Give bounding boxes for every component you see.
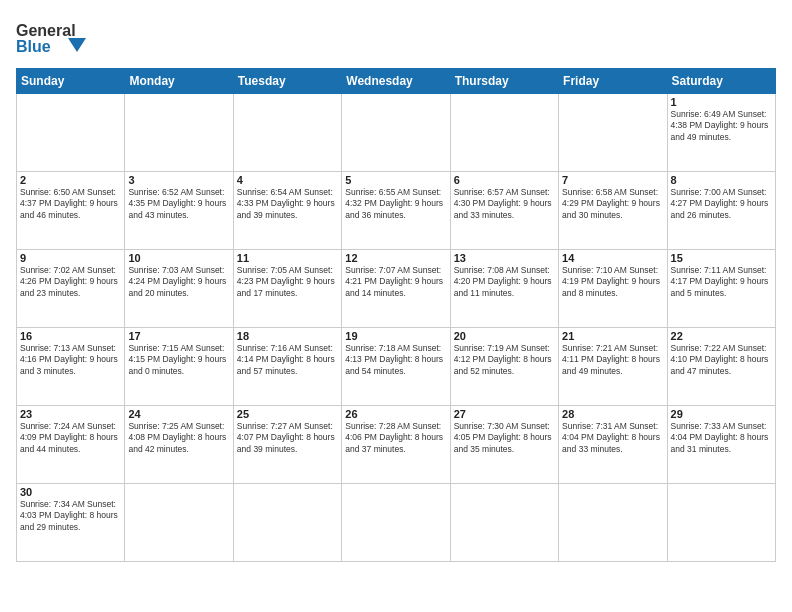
weekday-monday: Monday (125, 69, 233, 94)
day-number: 1 (671, 96, 772, 108)
logo: General Blue (16, 16, 96, 60)
page: General Blue SundayMondayTuesdayWednesda… (0, 0, 792, 612)
day-cell: 28Sunrise: 7:31 AM Sunset: 4:04 PM Dayli… (559, 406, 667, 484)
day-info: Sunrise: 7:05 AM Sunset: 4:23 PM Dayligh… (237, 265, 338, 299)
day-cell: 1Sunrise: 6:49 AM Sunset: 4:38 PM Daylig… (667, 94, 775, 172)
weekday-thursday: Thursday (450, 69, 558, 94)
weekday-sunday: Sunday (17, 69, 125, 94)
day-cell (559, 484, 667, 562)
day-cell (667, 484, 775, 562)
day-info: Sunrise: 7:07 AM Sunset: 4:21 PM Dayligh… (345, 265, 446, 299)
day-info: Sunrise: 7:10 AM Sunset: 4:19 PM Dayligh… (562, 265, 663, 299)
day-number: 8 (671, 174, 772, 186)
day-number: 21 (562, 330, 663, 342)
weekday-friday: Friday (559, 69, 667, 94)
day-cell: 15Sunrise: 7:11 AM Sunset: 4:17 PM Dayli… (667, 250, 775, 328)
day-info: Sunrise: 7:31 AM Sunset: 4:04 PM Dayligh… (562, 421, 663, 455)
day-info: Sunrise: 6:58 AM Sunset: 4:29 PM Dayligh… (562, 187, 663, 221)
day-cell (342, 94, 450, 172)
svg-text:Blue: Blue (16, 38, 51, 55)
day-info: Sunrise: 6:50 AM Sunset: 4:37 PM Dayligh… (20, 187, 121, 221)
calendar-header: SundayMondayTuesdayWednesdayThursdayFrid… (17, 69, 776, 94)
day-cell: 21Sunrise: 7:21 AM Sunset: 4:11 PM Dayli… (559, 328, 667, 406)
day-cell (125, 484, 233, 562)
day-cell: 16Sunrise: 7:13 AM Sunset: 4:16 PM Dayli… (17, 328, 125, 406)
day-cell: 11Sunrise: 7:05 AM Sunset: 4:23 PM Dayli… (233, 250, 341, 328)
day-info: Sunrise: 7:21 AM Sunset: 4:11 PM Dayligh… (562, 343, 663, 377)
day-info: Sunrise: 7:02 AM Sunset: 4:26 PM Dayligh… (20, 265, 121, 299)
day-cell: 25Sunrise: 7:27 AM Sunset: 4:07 PM Dayli… (233, 406, 341, 484)
day-info: Sunrise: 6:52 AM Sunset: 4:35 PM Dayligh… (128, 187, 229, 221)
day-info: Sunrise: 7:11 AM Sunset: 4:17 PM Dayligh… (671, 265, 772, 299)
day-info: Sunrise: 7:28 AM Sunset: 4:06 PM Dayligh… (345, 421, 446, 455)
day-info: Sunrise: 7:15 AM Sunset: 4:15 PM Dayligh… (128, 343, 229, 377)
day-number: 12 (345, 252, 446, 264)
day-number: 4 (237, 174, 338, 186)
day-cell: 29Sunrise: 7:33 AM Sunset: 4:04 PM Dayli… (667, 406, 775, 484)
day-number: 11 (237, 252, 338, 264)
weekday-saturday: Saturday (667, 69, 775, 94)
day-cell: 24Sunrise: 7:25 AM Sunset: 4:08 PM Dayli… (125, 406, 233, 484)
svg-marker-2 (68, 38, 86, 52)
day-number: 30 (20, 486, 121, 498)
day-cell: 10Sunrise: 7:03 AM Sunset: 4:24 PM Dayli… (125, 250, 233, 328)
day-info: Sunrise: 7:08 AM Sunset: 4:20 PM Dayligh… (454, 265, 555, 299)
day-info: Sunrise: 7:34 AM Sunset: 4:03 PM Dayligh… (20, 499, 121, 533)
day-info: Sunrise: 7:18 AM Sunset: 4:13 PM Dayligh… (345, 343, 446, 377)
weekday-row: SundayMondayTuesdayWednesdayThursdayFrid… (17, 69, 776, 94)
week-row-1: 2Sunrise: 6:50 AM Sunset: 4:37 PM Daylig… (17, 172, 776, 250)
day-number: 14 (562, 252, 663, 264)
day-info: Sunrise: 6:55 AM Sunset: 4:32 PM Dayligh… (345, 187, 446, 221)
day-cell: 17Sunrise: 7:15 AM Sunset: 4:15 PM Dayli… (125, 328, 233, 406)
weekday-tuesday: Tuesday (233, 69, 341, 94)
day-cell: 13Sunrise: 7:08 AM Sunset: 4:20 PM Dayli… (450, 250, 558, 328)
day-cell: 3Sunrise: 6:52 AM Sunset: 4:35 PM Daylig… (125, 172, 233, 250)
day-number: 15 (671, 252, 772, 264)
logo-svg: General Blue (16, 16, 96, 60)
day-number: 6 (454, 174, 555, 186)
calendar: SundayMondayTuesdayWednesdayThursdayFrid… (16, 68, 776, 562)
day-info: Sunrise: 7:22 AM Sunset: 4:10 PM Dayligh… (671, 343, 772, 377)
day-cell: 6Sunrise: 6:57 AM Sunset: 4:30 PM Daylig… (450, 172, 558, 250)
day-cell: 18Sunrise: 7:16 AM Sunset: 4:14 PM Dayli… (233, 328, 341, 406)
day-info: Sunrise: 7:33 AM Sunset: 4:04 PM Dayligh… (671, 421, 772, 455)
day-info: Sunrise: 7:25 AM Sunset: 4:08 PM Dayligh… (128, 421, 229, 455)
day-info: Sunrise: 7:00 AM Sunset: 4:27 PM Dayligh… (671, 187, 772, 221)
day-cell: 26Sunrise: 7:28 AM Sunset: 4:06 PM Dayli… (342, 406, 450, 484)
day-number: 17 (128, 330, 229, 342)
day-number: 20 (454, 330, 555, 342)
calendar-body: 1Sunrise: 6:49 AM Sunset: 4:38 PM Daylig… (17, 94, 776, 562)
day-number: 24 (128, 408, 229, 420)
day-number: 25 (237, 408, 338, 420)
day-number: 3 (128, 174, 229, 186)
day-info: Sunrise: 7:24 AM Sunset: 4:09 PM Dayligh… (20, 421, 121, 455)
day-cell: 23Sunrise: 7:24 AM Sunset: 4:09 PM Dayli… (17, 406, 125, 484)
day-number: 19 (345, 330, 446, 342)
day-number: 13 (454, 252, 555, 264)
day-number: 5 (345, 174, 446, 186)
day-cell (450, 94, 558, 172)
day-number: 28 (562, 408, 663, 420)
day-info: Sunrise: 7:30 AM Sunset: 4:05 PM Dayligh… (454, 421, 555, 455)
svg-text:General: General (16, 22, 76, 39)
day-cell: 22Sunrise: 7:22 AM Sunset: 4:10 PM Dayli… (667, 328, 775, 406)
day-cell: 20Sunrise: 7:19 AM Sunset: 4:12 PM Dayli… (450, 328, 558, 406)
week-row-3: 16Sunrise: 7:13 AM Sunset: 4:16 PM Dayli… (17, 328, 776, 406)
day-info: Sunrise: 6:57 AM Sunset: 4:30 PM Dayligh… (454, 187, 555, 221)
week-row-2: 9Sunrise: 7:02 AM Sunset: 4:26 PM Daylig… (17, 250, 776, 328)
day-info: Sunrise: 7:19 AM Sunset: 4:12 PM Dayligh… (454, 343, 555, 377)
header: General Blue (16, 16, 776, 60)
day-info: Sunrise: 6:49 AM Sunset: 4:38 PM Dayligh… (671, 109, 772, 143)
day-cell (342, 484, 450, 562)
day-number: 29 (671, 408, 772, 420)
day-number: 9 (20, 252, 121, 264)
day-cell (450, 484, 558, 562)
day-cell: 7Sunrise: 6:58 AM Sunset: 4:29 PM Daylig… (559, 172, 667, 250)
day-number: 2 (20, 174, 121, 186)
day-number: 26 (345, 408, 446, 420)
day-cell (233, 94, 341, 172)
day-cell: 14Sunrise: 7:10 AM Sunset: 4:19 PM Dayli… (559, 250, 667, 328)
day-info: Sunrise: 7:03 AM Sunset: 4:24 PM Dayligh… (128, 265, 229, 299)
day-cell (559, 94, 667, 172)
day-info: Sunrise: 7:13 AM Sunset: 4:16 PM Dayligh… (20, 343, 121, 377)
